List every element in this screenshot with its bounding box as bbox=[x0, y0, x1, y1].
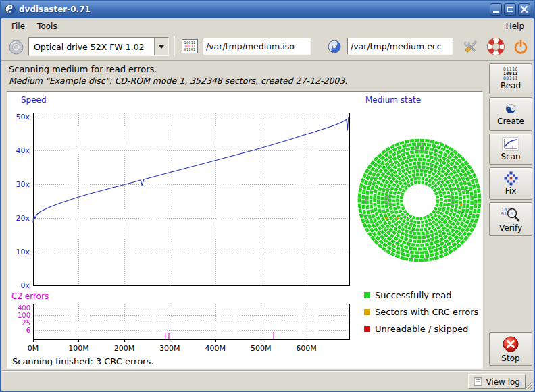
titlebar[interactable]: dvdisaster-0.71 bbox=[1, 1, 534, 18]
svg-text:40x: 40x bbox=[16, 146, 30, 155]
help-button[interactable] bbox=[485, 36, 507, 57]
read-button-label: Read bbox=[501, 81, 521, 90]
svg-text:400M: 400M bbox=[205, 344, 226, 353]
read-button[interactable]: 01110 10011 00111 Read bbox=[489, 63, 532, 94]
results-panel: Speed 0x10x20x30x40x50x C2 errors 0M100M… bbox=[7, 91, 483, 369]
verify-magnifier-icon: 1011 0110 bbox=[501, 206, 520, 223]
minimize-button[interactable] bbox=[490, 3, 502, 16]
power-icon bbox=[513, 38, 529, 55]
view-log-button[interactable]: View log bbox=[468, 374, 526, 389]
app-icon bbox=[5, 4, 16, 15]
scan-summary: Scanning finished: 3 CRC errors. bbox=[12, 356, 153, 366]
resize-grip[interactable] bbox=[523, 380, 533, 390]
legend-label: Unreadable / skipped bbox=[375, 324, 468, 334]
image-file-icon: 10011 10011 01101 bbox=[182, 39, 197, 53]
speed-chart-title: Speed bbox=[21, 95, 47, 105]
window-title: dvdisaster-0.71 bbox=[19, 5, 91, 14]
ecc-file-button[interactable] bbox=[324, 36, 345, 56]
wrench-icon bbox=[461, 38, 480, 56]
drive-select-button[interactable] bbox=[7, 38, 26, 57]
iso-path-input[interactable] bbox=[203, 38, 311, 55]
legend-item: Successfully read bbox=[364, 290, 451, 300]
toolbar-separator bbox=[174, 36, 175, 57]
fix-button[interactable]: Fix bbox=[489, 167, 532, 200]
ecc-path-input[interactable] bbox=[347, 38, 453, 55]
svg-text:500M: 500M bbox=[251, 344, 272, 353]
svg-text:0x: 0x bbox=[20, 281, 30, 290]
legend-item: Sectors with CRC errors bbox=[364, 307, 478, 317]
menu-tools[interactable]: Tools bbox=[31, 20, 63, 32]
svg-text:50x: 50x bbox=[16, 113, 30, 121]
window-controls bbox=[490, 3, 530, 16]
log-icon bbox=[474, 377, 482, 386]
quit-button[interactable] bbox=[511, 36, 531, 57]
svg-text:600M: 600M bbox=[296, 344, 317, 353]
lifebuoy-icon bbox=[486, 37, 505, 56]
create-button[interactable]: ☯ Create bbox=[489, 97, 532, 131]
svg-text:0M: 0M bbox=[28, 344, 39, 353]
speed-chart: 0x10x20x30x40x50x bbox=[7, 105, 359, 293]
drive-select-combobox[interactable]: Optical drive 52X FW 1.02 bbox=[28, 37, 169, 56]
svg-text:30x: 30x bbox=[16, 180, 30, 189]
menubar: File Tools Help bbox=[1, 19, 534, 33]
stop-icon bbox=[502, 335, 519, 353]
verify-button[interactable]: 1011 0110 Verify bbox=[489, 202, 532, 236]
menu-file[interactable]: File bbox=[5, 20, 31, 32]
verify-button-label: Verify bbox=[499, 223, 522, 233]
legend-label: Sectors with CRC errors bbox=[375, 307, 478, 317]
medium-state-disc bbox=[355, 136, 484, 264]
toolbar: Optical drive 52X FW 1.02 10011 10011 01… bbox=[1, 33, 534, 61]
iso-image-button[interactable]: 10011 10011 01101 bbox=[180, 36, 200, 56]
menu-help[interactable]: Help bbox=[500, 20, 530, 32]
svg-text:400: 400 bbox=[18, 304, 30, 312]
c2-errors-chart: 0M100M200M300M400M500M600M625100400 bbox=[7, 303, 359, 357]
stop-button-label: Stop bbox=[501, 354, 519, 363]
minimize-icon bbox=[493, 11, 499, 13]
combo-arrow-button[interactable] bbox=[154, 38, 168, 55]
svg-text:200M: 200M bbox=[114, 344, 135, 353]
yin-yang-icon: ☯ bbox=[505, 102, 516, 116]
legend-item: Unreadable / skipped bbox=[364, 324, 468, 334]
status-line-1: Scanning medium for read errors. bbox=[9, 64, 157, 74]
statusbar: View log bbox=[1, 370, 534, 391]
cd-drive-icon bbox=[8, 39, 24, 55]
legend-swatch-green bbox=[364, 292, 370, 298]
close-button[interactable] bbox=[518, 3, 530, 16]
drive-select-value: Optical drive 52X FW 1.02 bbox=[29, 42, 154, 52]
preferences-button[interactable] bbox=[459, 36, 481, 57]
status-line-2: Medium "Example disc": CD-ROM mode 1, 35… bbox=[9, 76, 347, 86]
close-icon bbox=[519, 4, 530, 15]
svg-text:25: 25 bbox=[22, 319, 30, 327]
svg-text:6: 6 bbox=[26, 327, 30, 334]
svg-text:100M: 100M bbox=[68, 344, 89, 353]
app-window: dvdisaster-0.71 File Tools Help bbox=[0, 0, 535, 392]
scan-button-label: Scan bbox=[501, 152, 520, 161]
scan-button[interactable]: Scan bbox=[489, 134, 532, 165]
scan-chart-icon bbox=[502, 137, 519, 151]
svg-text:20x: 20x bbox=[16, 214, 30, 223]
svg-text:300M: 300M bbox=[159, 344, 180, 353]
fix-pixels-icon bbox=[504, 171, 518, 186]
maximize-icon bbox=[507, 7, 513, 12]
legend-label: Successfully read bbox=[375, 290, 451, 300]
stop-button[interactable]: Stop bbox=[489, 332, 532, 366]
svg-text:10x: 10x bbox=[16, 248, 30, 256]
medium-state-title: Medium state bbox=[365, 95, 421, 105]
create-button-label: Create bbox=[497, 117, 524, 126]
legend-swatch-yellow bbox=[364, 309, 370, 315]
c2-chart-title: C2 errors bbox=[11, 291, 49, 301]
binary-read-icon: 01110 10011 00111 bbox=[503, 67, 518, 81]
svg-text:100: 100 bbox=[18, 312, 30, 319]
ecc-disc-icon bbox=[327, 39, 342, 54]
maximize-button[interactable] bbox=[504, 3, 516, 16]
chevron-down-icon bbox=[159, 45, 164, 49]
view-log-label: View log bbox=[486, 377, 520, 387]
fix-button-label: Fix bbox=[505, 186, 516, 196]
legend-swatch-red bbox=[364, 326, 370, 332]
